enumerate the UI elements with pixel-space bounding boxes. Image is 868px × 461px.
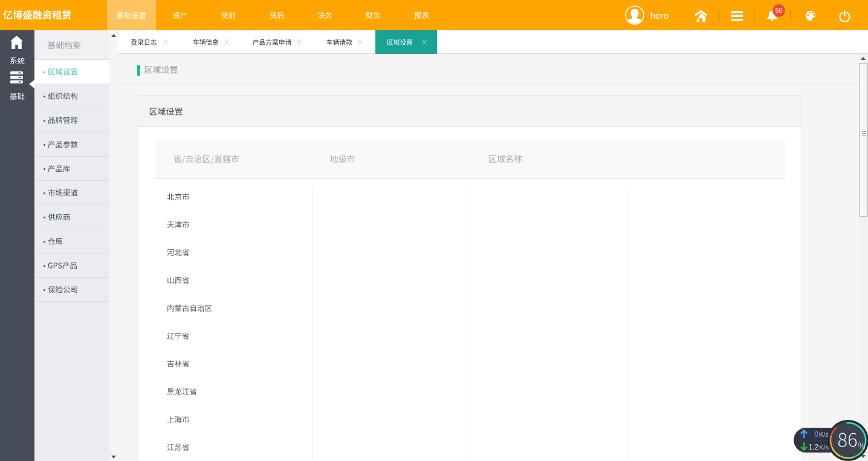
svg-text:K/s: K/s <box>819 431 829 438</box>
svg-text:K/s: K/s <box>819 443 829 451</box>
svg-text:1.2: 1.2 <box>808 443 818 451</box>
svg-text:0: 0 <box>814 430 818 439</box>
